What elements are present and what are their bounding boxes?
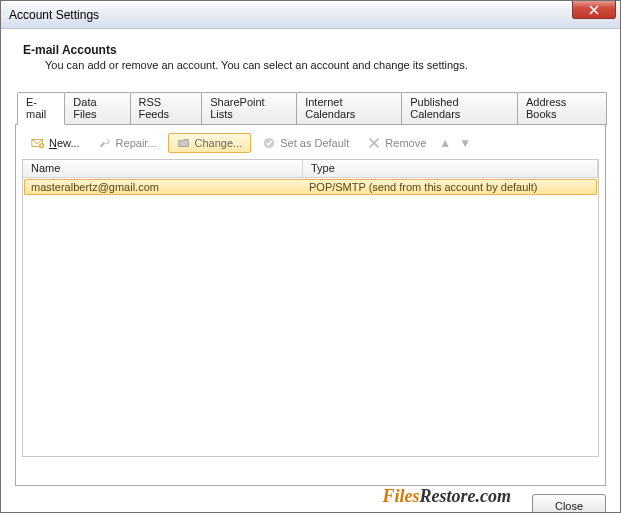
tab-strip: E-mail Data Files RSS Feeds SharePoint L… [15, 91, 606, 124]
dialog-footer: Close [1, 486, 620, 513]
remove-label: Remove [385, 137, 426, 149]
repair-label: Repair... [116, 137, 157, 149]
content-area: E-mail Accounts You can add or remove an… [1, 29, 620, 486]
column-header-name[interactable]: Name [23, 160, 303, 177]
page-subtitle: You can add or remove an account. You ca… [15, 59, 606, 89]
close-button[interactable]: Close [532, 494, 606, 513]
change-account-button[interactable]: Change... [168, 133, 252, 153]
toolbar: New... Repair... Change... [22, 131, 599, 159]
remove-account-button: Remove [360, 133, 433, 153]
tab-rss-feeds[interactable]: RSS Feeds [130, 92, 203, 125]
wrench-icon [98, 136, 112, 150]
grid-body: masteralbertz@gmail.com POP/SMTP (send f… [23, 179, 598, 195]
new-account-button[interactable]: New... [24, 133, 87, 153]
remove-icon [367, 136, 381, 150]
table-row[interactable]: masteralbertz@gmail.com POP/SMTP (send f… [24, 179, 597, 195]
cell-name: masteralbertz@gmail.com [25, 180, 303, 194]
tab-address-books[interactable]: Address Books [517, 92, 607, 125]
watermark: FilesRestore.com [382, 486, 511, 507]
cell-type: POP/SMTP (send from this account by defa… [303, 180, 596, 194]
accounts-grid: Name Type masteralbertz@gmail.com POP/SM… [22, 159, 599, 457]
check-circle-icon [262, 136, 276, 150]
default-label: Set as Default [280, 137, 349, 149]
new-label: New... [49, 137, 80, 149]
column-header-type[interactable]: Type [303, 160, 598, 177]
tab-email[interactable]: E-mail [17, 92, 65, 125]
titlebar: Account Settings [1, 1, 620, 29]
close-icon [589, 5, 599, 15]
window-close-button[interactable] [572, 1, 616, 19]
mail-new-icon [31, 136, 45, 150]
change-label: Change... [195, 137, 243, 149]
tab-data-files[interactable]: Data Files [64, 92, 130, 125]
move-up-icon: ▲ [437, 136, 453, 150]
tab-pane-email: New... Repair... Change... [15, 124, 606, 486]
set-default-button: Set as Default [255, 133, 356, 153]
watermark-b: Restore.com [420, 486, 512, 506]
tab-published-calendars[interactable]: Published Calendars [401, 92, 518, 125]
tab-sharepoint-lists[interactable]: SharePoint Lists [201, 92, 297, 125]
watermark-a: Files [382, 486, 419, 506]
folder-change-icon [177, 136, 191, 150]
grid-header: Name Type [23, 160, 598, 178]
move-down-icon: ▼ [457, 136, 473, 150]
page-title: E-mail Accounts [15, 39, 606, 59]
tabs-container: E-mail Data Files RSS Feeds SharePoint L… [15, 91, 606, 486]
tab-internet-calendars[interactable]: Internet Calendars [296, 92, 402, 125]
window-title: Account Settings [9, 8, 99, 22]
repair-account-button: Repair... [91, 133, 164, 153]
